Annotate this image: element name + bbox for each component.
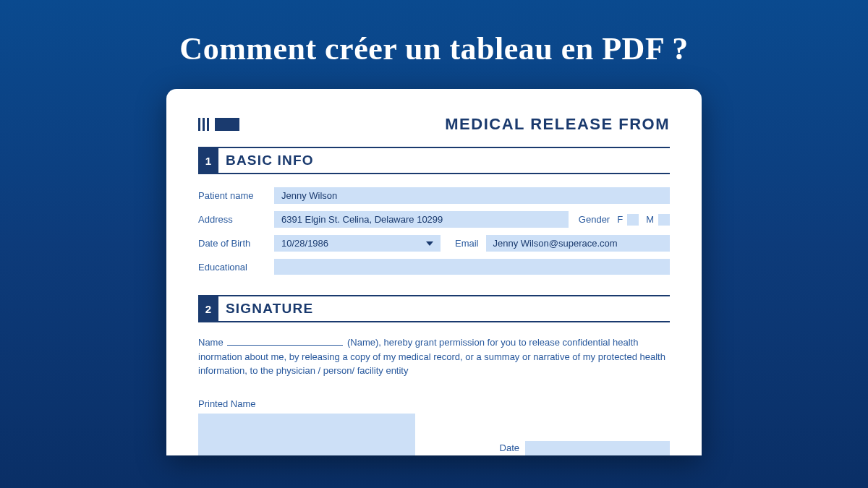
consent-text: Name (Name), hereby grant permission for… [198, 335, 670, 378]
chevron-down-icon [426, 241, 433, 246]
input-educational[interactable] [274, 259, 670, 275]
label-date: Date [500, 442, 519, 453]
row-dob: Date of Birth 10/28/1986 Email Jenny Wil… [198, 235, 670, 252]
page-title: Comment créer un tableau en PDF ? [0, 0, 868, 67]
section-number: 1 [198, 148, 218, 173]
input-patient-name[interactable]: Jenny Wilson [274, 187, 670, 204]
label-email: Email [455, 238, 479, 249]
section-signature-header: 2 SIGNATURE [198, 295, 670, 322]
input-email[interactable]: Jenny Wilson@superace.com [486, 235, 670, 252]
form-logo [198, 118, 239, 131]
input-printed-name[interactable] [198, 414, 415, 455]
form-title: MEDICAL RELEASE FROM [445, 115, 670, 134]
row-signature: Date [198, 414, 670, 455]
label-patient-name: Patient name [198, 190, 274, 201]
label-consent-name: Name [198, 337, 224, 348]
input-address[interactable]: 6391 Elgin St. Celina, Delaware 10299 [274, 211, 569, 228]
row-educational: Educational [198, 259, 670, 275]
signature-name-line[interactable] [227, 345, 343, 346]
pdf-form-document: MEDICAL RELEASE FROM 1 BASIC INFO Patien… [166, 89, 702, 455]
label-educational: Educational [198, 262, 274, 273]
document-header: MEDICAL RELEASE FROM [198, 115, 670, 134]
label-dob: Date of Birth [198, 238, 274, 249]
section-number: 2 [198, 296, 218, 321]
section-title: BASIC INFO [218, 148, 321, 173]
consent-body: (Name), hereby grant permission for you … [198, 337, 665, 376]
label-gender: Gender [579, 214, 610, 225]
section-basic-info-header: 1 BASIC INFO [198, 147, 670, 174]
row-patient-name: Patient name Jenny Wilson [198, 187, 670, 204]
label-printed-name: Printed Name [198, 398, 670, 409]
dropdown-dob[interactable]: 10/28/1986 [274, 235, 441, 252]
gender-option-f: F [617, 214, 623, 225]
gender-group: Gender F M [579, 214, 670, 226]
dob-value: 10/28/1986 [281, 238, 328, 249]
checkbox-gender-m[interactable] [658, 214, 670, 226]
section-title: SIGNATURE [218, 296, 320, 321]
checkbox-gender-f[interactable] [627, 214, 639, 226]
gender-option-m: M [646, 214, 654, 225]
row-address: Address 6391 Elgin St. Celina, Delaware … [198, 211, 670, 228]
input-date[interactable] [525, 441, 670, 455]
label-address: Address [198, 214, 274, 225]
